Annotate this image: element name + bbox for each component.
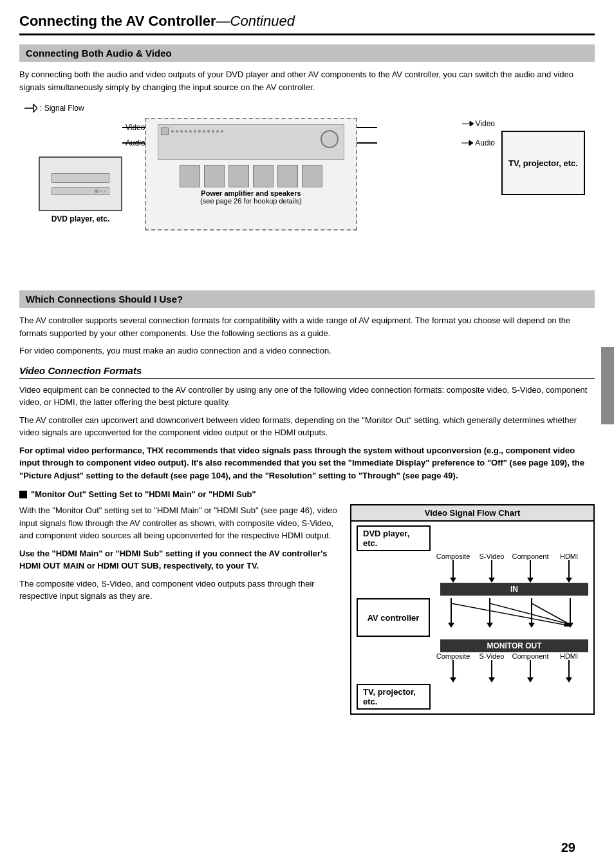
- fc-col-headers-bottom: Composite S-Video Component HDMI: [351, 652, 593, 660]
- section-connections: Which Connections Should I Use? The AV c…: [19, 290, 595, 715]
- monitor-header-text: "Monitor Out" Setting Set to "HDMI Main"…: [31, 489, 256, 499]
- svg-line-10: [490, 603, 568, 624]
- dvd-box: [39, 156, 122, 211]
- fc-col-composite-b: Composite: [434, 652, 472, 660]
- svg-marker-5: [528, 623, 535, 628]
- fc-dvd-row: DVD player, etc.: [351, 522, 593, 552]
- monitor-bold-text: Use the "HDMI Main" or "HDMI Sub" settin…: [19, 547, 340, 572]
- fc-arrow-cols-2: [434, 660, 588, 683]
- audio-arrow-h: [122, 142, 145, 144]
- header-main: Connecting the AV Controller: [19, 13, 216, 29]
- fc-arrows-out: [351, 660, 593, 683]
- fc-arrow-hdmi: [550, 560, 588, 583]
- fc-arrow-composite: [434, 560, 472, 583]
- monitor-two-col: With the "Monitor Out" setting set to "H…: [19, 504, 595, 715]
- svg-marker-1: [448, 623, 454, 628]
- flow-chart-body: DVD player, etc. Composite S-Video Compo…: [351, 522, 593, 713]
- fc-arrow-cols-1: [434, 560, 588, 583]
- monitor-out-section: "Monitor Out" Setting Set to "HDMI Main"…: [19, 489, 595, 715]
- flow-chart: Video Signal Flow Chart DVD player, etc.: [350, 504, 595, 715]
- fc-col-svideo: S-Video: [472, 552, 511, 560]
- fc-col-component-b: Component: [511, 652, 550, 660]
- fc-col-svideo-b: S-Video: [472, 652, 511, 660]
- video-arrow-h: [122, 127, 145, 128]
- monitor-para2: The composite video, S-Video, and compon…: [19, 578, 340, 603]
- av-tv-audio-arrow: [357, 142, 377, 144]
- av-controller-box: Power amplifier and speakers (see page 2…: [145, 118, 357, 231]
- right-tab: [601, 347, 614, 424]
- page-header: Connecting the AV Controller—Continued: [19, 13, 595, 35]
- fc-arrows-in: [351, 560, 593, 583]
- fc-col-composite: Composite: [434, 552, 472, 560]
- flow-chart-container: Video Signal Flow Chart DVD player, etc.: [350, 504, 595, 715]
- monitor-header: "Monitor Out" Setting Set to "HDMI Main"…: [19, 489, 595, 499]
- fc-col-hdmi: HDMI: [550, 552, 588, 560]
- fc-arrow-svideo: [472, 560, 511, 583]
- fc-arrow-out-hdmi: [550, 660, 588, 683]
- section2-para4: The AV controller can upconvert and down…: [19, 414, 595, 439]
- fc-dvd-box: DVD player, etc.: [357, 525, 431, 551]
- section1-intro: By connecting both the audio and video o…: [19, 68, 595, 93]
- section2-para3: Video equipment can be connected to the …: [19, 384, 595, 409]
- section2-para1: The AV controller supports several conne…: [19, 314, 595, 339]
- dvd-label: DVD player, etc.: [39, 214, 122, 223]
- fc-arrow-out-composite: [434, 660, 472, 683]
- fc-col-headers: Composite S-Video Component HDMI: [351, 552, 593, 560]
- fc-tv-box: TV, projector, etc.: [357, 684, 431, 710]
- fc-arrow-out-component: [511, 660, 550, 683]
- video-connection-title: Video Connection Formats: [19, 365, 595, 379]
- section-audio-video: Connecting Both Audio & Video By connect…: [19, 44, 595, 279]
- bold-warning: For optimal video performance, THX recom…: [19, 444, 595, 482]
- fc-tv-row: TV, projector, etc.: [351, 683, 593, 713]
- fc-arrow-out-svideo: [472, 660, 511, 683]
- header-suffix: —Continued: [216, 13, 295, 29]
- page-number: 29: [561, 840, 575, 855]
- connection-diagram: : Signal Flow Video Audio DVD player, et…: [19, 99, 595, 279]
- fc-col-component: Component: [511, 552, 550, 560]
- svg-line-8: [451, 603, 567, 625]
- fc-av-row: AV controller: [351, 596, 593, 639]
- tv-box: TV, projector, etc.: [501, 131, 585, 195]
- fc-in-bar: IN: [440, 583, 588, 596]
- flow-chart-title: Video Signal Flow Chart: [351, 505, 593, 522]
- amp-label: Power amplifier and speakers (see page 2…: [146, 189, 356, 205]
- svg-marker-3: [487, 623, 493, 628]
- section2-para2: For video components, you must make an a…: [19, 344, 595, 357]
- av-tv-video-arrow: [357, 127, 377, 128]
- monitor-left-col: With the "Monitor Out" setting set to "H…: [19, 504, 340, 715]
- fc-av-arrows-area: [430, 598, 588, 637]
- section1-title: Connecting Both Audio & Video: [19, 44, 595, 62]
- fc-arrow-component: [511, 560, 550, 583]
- audio-right-label: Audio: [461, 138, 495, 147]
- flow-arrows-svg: [430, 598, 588, 637]
- section2-title: Which Connections Should I Use?: [19, 290, 595, 308]
- fc-monitor-bar: MONITOR OUT: [440, 639, 588, 652]
- black-square-icon: [19, 491, 27, 498]
- fc-av-box: AV controller: [357, 598, 430, 637]
- fc-col-hdmi-b: HDMI: [550, 652, 588, 660]
- fc-cols: Composite S-Video Component HDMI: [434, 552, 588, 560]
- fc-cols-bottom: Composite S-Video Component HDMI: [434, 652, 588, 660]
- signal-flow-label: : Signal Flow: [24, 104, 84, 113]
- video-right-label: Video: [462, 119, 495, 128]
- monitor-para1: With the "Monitor Out" setting set to "H…: [19, 504, 340, 542]
- svg-line-11: [532, 603, 569, 624]
